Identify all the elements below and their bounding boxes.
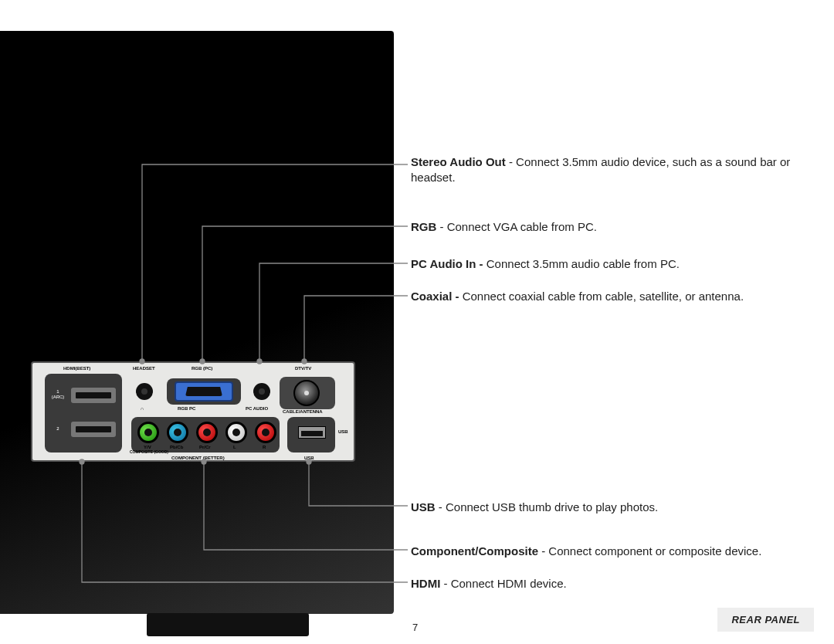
coax-port-icon: [293, 380, 320, 406]
component-y-green-icon: [137, 422, 159, 443]
footer-section-label: REAR PANEL: [717, 608, 814, 632]
desc-rgb: RGB - Connect VGA cable from PC.: [411, 219, 597, 235]
label-prcr: Pr/Cr: [199, 445, 211, 449]
label-hdmi-best: HDMI(BEST): [63, 366, 90, 371]
desc-hdmi: HDMI - Connect HDMI device.: [411, 576, 567, 591]
pc-audio-jack-icon: [253, 383, 270, 400]
label-headphone-icon: ∩: [141, 406, 144, 411]
audio-r-red-icon: [255, 422, 276, 443]
label-dtv-tv: DTV/TV: [295, 366, 311, 371]
hdmi-1-port-icon: [71, 388, 116, 403]
label-r: R: [263, 445, 266, 449]
label-component-better: COMPONENT (BETTER): [171, 456, 225, 460]
label-cable-antenna: CABLE/ANTENNA: [283, 409, 323, 414]
vga-port-icon: [175, 381, 233, 402]
component-pb-blue-icon: [167, 422, 188, 443]
label-rgb-pc-mid: RGB PC: [178, 406, 195, 411]
hdmi-2-label: 2: [49, 426, 66, 432]
rear-port-plate: 1(ARC) 2 HDMI(BEST) HEADSET RGB (PC) DTV…: [31, 361, 355, 462]
desc-coaxial: Coaxial - Connect coaxial cable from cab…: [411, 289, 744, 304]
desc-stereo-audio-out: Stereo Audio Out - Connect 3.5mm audio d…: [411, 154, 828, 186]
hdmi-2-port-icon: [71, 422, 116, 437]
hdmi-1-label: 1(ARC): [49, 389, 66, 400]
tv-stand: [147, 613, 309, 636]
label-headset: HEADSET: [133, 366, 155, 371]
hdmi-block: 1(ARC) 2: [45, 374, 122, 452]
label-pc-audio: PC AUDIO: [246, 406, 268, 411]
usb-port-icon: [298, 426, 326, 439]
desc-pc-audio-in: PC Audio In - Connect 3.5mm audio cable …: [411, 256, 680, 272]
label-l: L: [233, 445, 236, 449]
label-pbcb: Pb/Cb: [170, 445, 183, 449]
label-usb-mid: USB: [338, 429, 348, 434]
label-usb-bot: USB: [304, 456, 314, 460]
component-pr-red-icon: [196, 422, 218, 443]
page-number: 7: [412, 622, 418, 633]
audio-l-white-icon: [225, 422, 247, 443]
label-composite-good: COMPOSITE (GOOD): [130, 449, 168, 454]
tv-back-body: [0, 31, 394, 614]
label-rgb-pc-top: RGB (PC): [192, 366, 212, 371]
desc-component-composite: Component/Composite - Connect component …: [411, 544, 761, 559]
headset-jack-icon: [136, 383, 153, 400]
desc-usb: USB - Connect USB thumb drive to play ph…: [411, 500, 658, 515]
